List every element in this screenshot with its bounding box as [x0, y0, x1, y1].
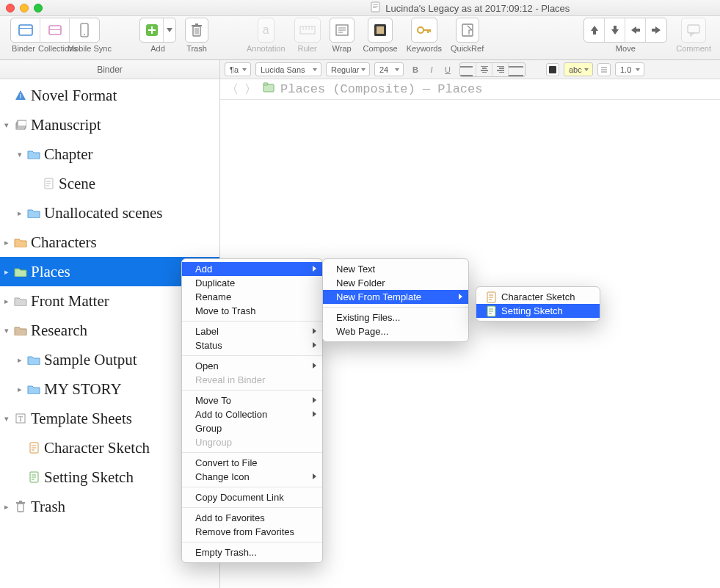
text-color-button[interactable] [546, 63, 559, 76]
disclosure-triangle[interactable]: ▸ [4, 502, 13, 512]
menu-item-label: Add to Collection [195, 409, 267, 420]
compose-button[interactable] [368, 18, 393, 43]
binder-item-manuscript[interactable]: ▾Manuscript [0, 110, 219, 139]
disclosure-triangle[interactable]: ▾ [4, 326, 13, 335]
disclosure-triangle[interactable]: ▾ [4, 120, 13, 130]
line-spacing-dropdown[interactable]: 1.0 [615, 62, 644, 76]
align-center-button[interactable] [476, 63, 492, 76]
menu-item-existing-files-[interactable]: Existing Files... [323, 311, 468, 324]
submenu-new-from-template[interactable]: Character SketchSetting Sketch [476, 286, 600, 322]
menu-item-character-sketch[interactable]: Character Sketch [476, 290, 600, 304]
page-orange-icon [26, 442, 41, 454]
disclosure-triangle[interactable]: ▸ [4, 238, 13, 247]
binder-item-label: Chapter [44, 145, 92, 164]
binder-item-characters[interactable]: ▸Characters [0, 228, 219, 257]
menu-item-label: Move to Trash [195, 305, 255, 316]
disclosure-triangle[interactable]: ▸ [18, 355, 26, 365]
move-left-button[interactable] [625, 18, 646, 42]
menu-item-new-text[interactable]: New Text [323, 262, 468, 276]
align-right-button[interactable] [492, 63, 509, 76]
align-left-button[interactable] [460, 63, 476, 76]
trash-button[interactable] [185, 18, 208, 43]
disclosure-triangle[interactable]: ▸ [4, 267, 13, 277]
collections-button[interactable] [40, 18, 70, 42]
menu-item-setting-sketch[interactable]: Setting Sketch [476, 304, 600, 318]
alignment-group [459, 62, 526, 77]
line-spacing-icon[interactable] [597, 63, 611, 76]
stack-icon [13, 119, 28, 131]
mobile-sync-button[interactable] [70, 18, 99, 42]
menu-item-label: New Text [336, 264, 375, 275]
keywords-button[interactable] [411, 18, 437, 43]
context-menu[interactable]: AddDuplicateRenameMove to TrashLabelStat… [181, 258, 323, 563]
disclosure-triangle[interactable]: ▸ [18, 385, 26, 394]
nav-back-button[interactable]: 〈 [226, 81, 239, 98]
add-menu-button[interactable] [164, 18, 175, 42]
menu-item-add-to-favorites[interactable]: Add to Favorites [182, 511, 322, 525]
disclosure-triangle[interactable]: ▾ [18, 150, 26, 159]
font-dropdown[interactable]: Lucida Sans [255, 62, 321, 76]
binder-item-unallocated-scenes[interactable]: ▸Unallocated scenes [0, 198, 219, 228]
compose-label: Compose [363, 44, 398, 53]
menu-item-move-to-trash[interactable]: Move to Trash [182, 304, 322, 318]
annotation-button[interactable]: a [258, 18, 274, 43]
highlight-dropdown[interactable]: abc [564, 62, 593, 76]
folder-blue-icon [26, 384, 41, 394]
path-text: Places (Composite) — Places [280, 82, 482, 96]
menu-separator [323, 307, 468, 308]
disclosure-triangle[interactable]: ▸ [18, 208, 26, 218]
menu-item-copy-document-link[interactable]: Copy Document Link [182, 490, 322, 504]
move-down-button[interactable] [605, 18, 625, 42]
menu-item-remove-from-favorites[interactable]: Remove from Favorites [182, 525, 322, 539]
quickref-button[interactable] [456, 18, 479, 43]
nav-forward-button[interactable]: 〉 [244, 81, 257, 98]
toolbar-group-comment: Comment [676, 18, 711, 53]
disclosure-triangle[interactable]: ▸ [4, 297, 13, 306]
toolbar-group-trash: Trash [185, 18, 208, 53]
menu-item-empty-trash-[interactable]: Empty Trash... [182, 545, 322, 559]
ruler-button[interactable] [294, 18, 321, 43]
wrap-button[interactable] [330, 18, 354, 43]
menu-item-rename[interactable]: Rename [182, 290, 322, 304]
menu-item-add[interactable]: Add [182, 262, 322, 276]
menu-item-label[interactable]: Label [182, 324, 322, 338]
menu-item-add-to-collection[interactable]: Add to Collection [182, 407, 322, 421]
disclosure-triangle[interactable]: ▾ [4, 414, 13, 424]
quickref-label: QuickRef [451, 44, 484, 53]
document-icon [371, 1, 380, 15]
menu-item-group[interactable]: Group [182, 421, 322, 435]
weight-dropdown[interactable]: Regular [326, 62, 370, 76]
menu-item-change-icon[interactable]: Change Icon [182, 470, 322, 484]
bold-button[interactable]: B [408, 65, 423, 74]
move-right-button[interactable] [646, 18, 666, 42]
menu-item-new-folder[interactable]: New Folder [323, 276, 468, 290]
menu-item-duplicate[interactable]: Duplicate [182, 276, 322, 290]
binder-item-label: Trash [31, 498, 65, 516]
menu-item-new-from-template[interactable]: New From Template [323, 290, 468, 304]
add-button[interactable] [140, 18, 164, 42]
para-style-dropdown[interactable]: ¶a [225, 62, 251, 76]
menu-item-web-page-[interactable]: Web Page... [323, 324, 468, 338]
path-folder-icon [263, 82, 274, 96]
menu-item-move-to[interactable]: Move To [182, 393, 322, 407]
binder-item-scene[interactable]: Scene [0, 169, 219, 198]
size-dropdown[interactable]: 24 [374, 62, 404, 76]
minimize-window-button[interactable] [20, 4, 29, 12]
binder-item-novel-format[interactable]: iNovel Format [0, 81, 219, 110]
binder-item-chapter[interactable]: ▾Chapter [0, 139, 219, 169]
move-up-button[interactable] [584, 18, 605, 42]
align-justify-button[interactable] [509, 63, 525, 76]
zoom-window-button[interactable] [34, 4, 43, 12]
wrap-label: Wrap [332, 44, 352, 53]
submenu-add[interactable]: New TextNew FolderNew From TemplateExist… [322, 258, 469, 342]
underline-button[interactable]: U [440, 65, 455, 74]
menu-item-status[interactable]: Status [182, 338, 322, 352]
menu-item-convert-to-file[interactable]: Convert to File [182, 456, 322, 470]
menu-separator [182, 355, 322, 356]
comment-button[interactable] [681, 18, 706, 43]
italic-button[interactable]: I [424, 65, 439, 74]
menu-item-open[interactable]: Open [182, 359, 322, 373]
menu-item-label: Ungroup [195, 437, 232, 448]
binder-button[interactable] [11, 18, 40, 42]
close-window-button[interactable] [6, 4, 15, 12]
